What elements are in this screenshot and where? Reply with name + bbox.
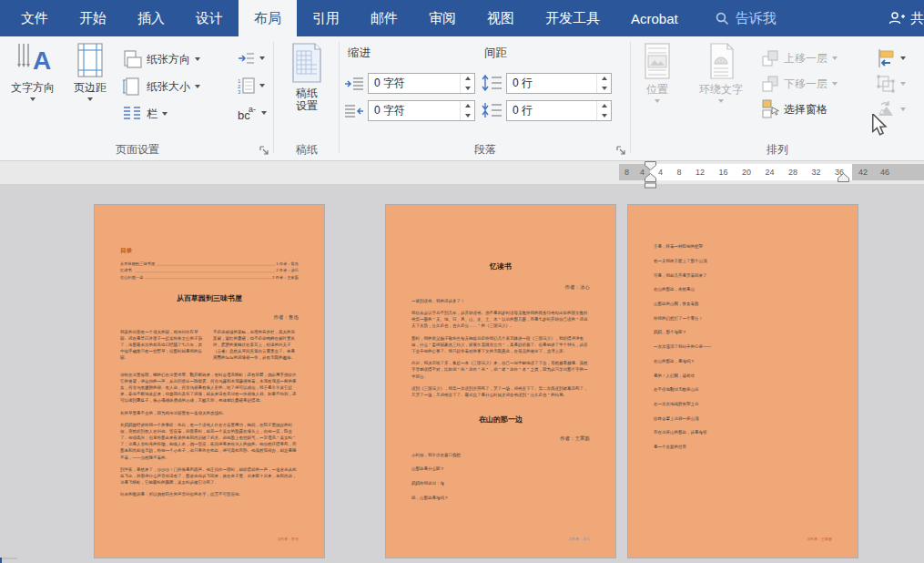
group-paragraph: 缩进 间距 0 字符 0 字符 — [340, 36, 630, 160]
ribbon-tab[interactable]: 文件 — [5, 0, 64, 36]
ribbon-tab[interactable]: Acrobat — [615, 0, 694, 36]
send-backward-icon — [761, 75, 779, 93]
toc-entry-title: 从百草园到三味书屋 — [120, 260, 155, 266]
share-label: 共 — [910, 10, 924, 27]
ribbon-tab[interactable]: 开始 — [64, 0, 122, 36]
ribbon-tab[interactable]: 审阅 — [413, 0, 472, 36]
orientation-button[interactable]: 纸张方向 — [122, 47, 200, 71]
poem-line: 是一个全新的世界 — [654, 444, 832, 450]
paper-size-button[interactable]: 纸张大小 — [122, 75, 200, 98]
poem-line: 山那边是什么呢？ — [411, 466, 590, 472]
chevron-down-icon — [259, 84, 265, 87]
dialog-launcher-icon[interactable] — [259, 145, 270, 157]
hyphenation-button[interactable]: bc a- — [237, 102, 267, 124]
group-objects-button[interactable] — [876, 73, 906, 95]
line-numbers-icon: 1 2 3 — [237, 77, 255, 95]
spinner-buttons[interactable] — [596, 74, 611, 93]
poem-line: 你终会攀上这样一座山顶 — [654, 415, 832, 421]
poem-line: 有一天我终于爬上了那个山顶 — [654, 258, 832, 264]
ruler-number: 8 — [676, 168, 681, 177]
manuscript-settings-label-2: 设置 — [296, 99, 318, 112]
ruler-number: 12 — [696, 168, 705, 177]
poem-line: 小时候，我常伏在窗口痴想 — [411, 452, 590, 458]
line-numbers-button[interactable]: 1 2 3 — [237, 75, 265, 97]
spinner-buttons[interactable] — [460, 101, 474, 120]
ruler-number: 4 — [658, 168, 663, 177]
ribbon-tab[interactable]: 引用 — [297, 0, 355, 36]
manuscript-settings-button[interactable]: 稿纸 设置 — [279, 42, 335, 135]
document-page-3[interactable]: 于是，怀着一种隐秘的想望有一天我终于爬上了那个山顶可是，我却几乎是哭着回来了在山… — [628, 205, 858, 558]
paper-size-label: 纸张大小 — [147, 79, 190, 95]
dialog-launcher-icon[interactable] — [615, 145, 627, 157]
toc-entry[interactable]: 在山的那一边 2 作者：王家新 — [120, 273, 299, 280]
breaks-button[interactable] — [237, 47, 265, 69]
poem-text: 小时候，我常伏在窗口痴想山那边是什么呢？妈妈给我说过：海哦，山那边是海吗？ — [411, 452, 590, 501]
body-paragraph: 结末的教训是：所以倘有陌生的声音叫你的名字，你万不可答应他。 — [120, 491, 299, 497]
margins-button[interactable]: 页边距 — [64, 42, 117, 135]
send-backward-button[interactable]: 下移一层 — [761, 73, 838, 95]
indent-right-spinner[interactable]: 0 字符 — [368, 100, 475, 121]
ribbon-tabs: 文件开始插入设计布局引用邮件审阅视图开发工具Acrobat — [5, 0, 694, 36]
text-direction-button[interactable]: A 文字方向 — [4, 42, 62, 135]
spinner-down-icon — [597, 111, 611, 121]
ruler-number: 42 — [858, 168, 868, 177]
bring-forward-label: 上移一层 — [784, 51, 828, 67]
margins-label: 页边距 — [74, 81, 107, 94]
body-paragraph: 不必说碧绿的菜畦，光滑的石井栏，高大的皂荚树，紫红的桑椹；也不必说鸣蝉在树叶里长… — [213, 328, 299, 361]
ribbon-tab[interactable]: 设计 — [180, 0, 239, 36]
chevron-down-icon — [195, 85, 200, 88]
essay-title: 忆读书 — [411, 261, 590, 272]
svg-text:a-: a- — [249, 105, 256, 114]
manuscript-grid-icon — [289, 42, 325, 84]
document-page-2[interactable]: 忆读书 作者：冰心 一谈到读书，我的话就多了！我自从会认字后不到几年，就开始读书… — [386, 205, 615, 558]
ruler-active-area: 4812162024283236 — [650, 164, 852, 180]
spinner-buttons[interactable] — [460, 74, 474, 93]
svg-text:A: A — [33, 46, 51, 75]
right-indent-marker[interactable] — [838, 173, 849, 182]
ruler-margin-right: 4246 — [852, 164, 924, 180]
body-text: 一谈到读书，我的话就多了！我自从会认字后不到几年，就开始读书。倒不是四岁时读母亲… — [411, 298, 590, 398]
spinner-up-icon — [597, 101, 611, 111]
spinner-buttons[interactable] — [596, 101, 611, 120]
ribbon-tab[interactable]: 开发工具 — [530, 0, 615, 36]
wrap-text-button[interactable]: 环绕文字 — [683, 42, 759, 135]
indent-left-spinner[interactable]: 0 字符 — [368, 73, 475, 94]
group-label-manuscript: 稿纸 — [275, 142, 339, 158]
bring-forward-icon — [761, 49, 779, 67]
share-button[interactable]: 共 — [888, 0, 924, 36]
ribbon-tab[interactable]: 视图 — [472, 0, 530, 36]
space-after-spinner[interactable]: 0 行 — [506, 100, 612, 121]
two-column-text: 我家的后面有一个很大的园，相传叫作百草园。现在是早已并屋子一起卖给朱文公的子孙了… — [120, 328, 299, 365]
hyphenation-icon: bc a- — [237, 104, 257, 122]
group-label-arrange: 排列 — [632, 142, 923, 158]
document-canvas[interactable]: 目录 从百草园到三味书屋 1 作者：鲁迅 忆读书 2 作者：冰心 在山的那一边 … — [0, 184, 924, 558]
columns-button[interactable]: 栏 — [122, 102, 168, 126]
bring-forward-button[interactable]: 上移一层 — [761, 47, 838, 69]
selection-pane-button[interactable]: 选择窗格 — [761, 98, 828, 120]
selection-pane-label: 选择窗格 — [784, 102, 828, 118]
ribbon-tab[interactable]: 邮件 — [355, 0, 413, 36]
hanging-indent-marker[interactable] — [645, 173, 656, 189]
body-paragraph: 长的草里是不去的，因为相传这园里有一条很大的赤练蛇。 — [120, 409, 299, 415]
ribbon-tab[interactable]: 布局 — [239, 0, 297, 36]
toc-dot-leader — [133, 271, 274, 272]
tell-me-box[interactable]: 告诉我 — [708, 0, 784, 36]
text-direction-label: 文字方向 — [11, 81, 55, 94]
body-paragraph: 到半夜，果然来了，沙沙沙！门外像是风雨声。他正抖作一团时，却听得豁的一声，一道金… — [120, 466, 299, 486]
horizontal-ruler[interactable]: 84 4812162024283236 4246 — [0, 161, 924, 184]
manuscript-settings-label-1: 稿纸 — [296, 87, 318, 99]
align-button[interactable] — [876, 47, 906, 69]
first-line-indent-marker[interactable] — [645, 161, 656, 170]
position-button[interactable]: 位置 — [634, 42, 681, 135]
space-before-spinner[interactable]: 0 行 — [506, 73, 612, 94]
essay-author-2: 作者：王家新 — [411, 435, 590, 443]
mouse-cursor — [871, 114, 888, 138]
body-paragraph: 一谈到读书，我的话就多了！ — [411, 298, 590, 304]
toc-entry[interactable]: 从百草园到三味书屋 1 作者：鲁迅 — [120, 260, 299, 266]
body-paragraph: 此后，我决定咬了牙，拿起一本《三国演义》来，自己一知半解地读了下去，居然越看越懂… — [411, 360, 590, 380]
ribbon-tab[interactable]: 插入 — [122, 0, 180, 36]
indent-right-value: 0 字符 — [369, 103, 460, 118]
toc-entry[interactable]: 忆读书 2 作者：冰心 — [120, 267, 299, 273]
chevron-down-icon — [655, 99, 660, 103]
document-page-1[interactable]: 目录 从百草园到三味书屋 1 作者：鲁迅 忆读书 2 作者：冰心 在山的那一边 … — [95, 205, 324, 558]
